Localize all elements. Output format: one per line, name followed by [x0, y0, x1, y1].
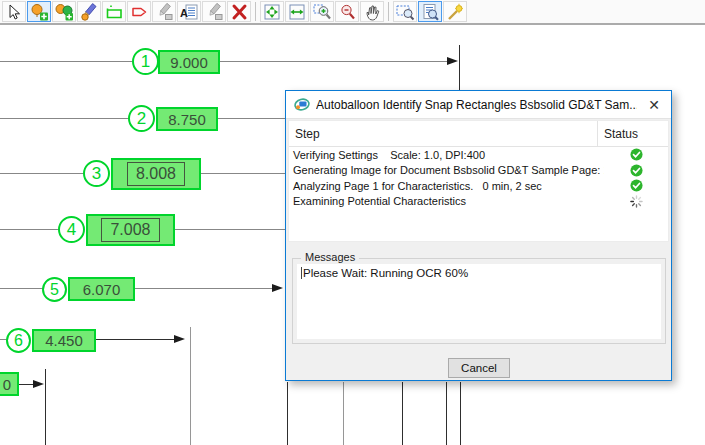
magic-wand-button[interactable]	[443, 1, 467, 22]
ocr-text-document-icon: A	[179, 3, 199, 21]
add-all-balloons-button[interactable]	[52, 1, 76, 22]
balloon-number: 3	[92, 165, 101, 182]
table-row: Examining Potential Characteristics	[289, 194, 668, 210]
table-row: Verifying Settings Scale: 1.0, DPI:400	[289, 147, 668, 163]
dimension-value: 0	[3, 376, 11, 393]
preview-document-icon	[420, 3, 440, 21]
messages-group: Messages Please Wait: Running OCR 60%	[292, 258, 666, 344]
dimension-arrow	[174, 335, 185, 343]
balloon-number: 5	[50, 282, 59, 298]
dimension-line	[96, 339, 175, 340]
zoom-out-icon	[337, 3, 357, 21]
dimension-line	[220, 61, 448, 62]
delete-x-icon	[229, 3, 249, 21]
dimension-line	[0, 229, 59, 230]
dimension-value: 9.000	[170, 54, 208, 71]
cancel-button[interactable]: Cancel	[448, 358, 510, 378]
balloon-number: 2	[137, 110, 146, 127]
table-row: Generating Image for Document Bsbsolid G…	[289, 163, 668, 179]
red-flag-shape-button[interactable]	[127, 1, 151, 22]
balloon-circle-3[interactable]: 3	[83, 160, 110, 187]
pan-hand-icon	[362, 3, 382, 21]
preview-document-button[interactable]	[418, 1, 442, 22]
step-status-table[interactable]: Step Status Verifying Settings Scale: 1.…	[288, 120, 669, 242]
dimension-highlight-partial[interactable]: 0	[0, 372, 19, 396]
dimension-line	[0, 118, 129, 119]
check-done-icon	[630, 179, 643, 192]
add-all-balloons-icon	[54, 3, 74, 21]
extension-line	[402, 382, 403, 445]
dimension-highlight-2[interactable]: 8.750	[156, 107, 218, 131]
magic-wand-icon	[445, 3, 465, 21]
messages-textarea[interactable]: Please Wait: Running OCR 60%	[297, 264, 661, 339]
add-balloon-button[interactable]	[27, 1, 51, 22]
zoom-in-icon	[312, 3, 332, 21]
zoom-in-button[interactable]	[310, 1, 334, 22]
dimension-arrow	[33, 380, 44, 388]
zoom-out-button[interactable]	[335, 1, 359, 22]
dimension-highlight-3[interactable]: 8.008	[111, 158, 201, 190]
fit-width-icon	[287, 3, 307, 21]
table-row: Analyzing Page 1 for Characteristics. 0 …	[289, 178, 668, 194]
dimension-highlight-4[interactable]: 7.008	[86, 214, 175, 246]
snap-rectangle-icon	[104, 3, 124, 21]
basic-dimension-frame: 8.008	[127, 162, 185, 187]
dimension-line	[0, 61, 133, 62]
dimension-value: 4.450	[45, 332, 83, 349]
close-icon[interactable]: ✕	[643, 94, 665, 116]
balloon-circle-6[interactable]: 6	[6, 328, 31, 353]
extension-line	[446, 382, 447, 445]
step-text: Generating Image for Document Bsbsolid G…	[289, 164, 604, 176]
toolbar-separator	[255, 2, 256, 21]
add-balloon-icon	[29, 3, 49, 21]
dialog-title-bar[interactable]: Autoballoon Identify Snap Rectangles Bsb…	[286, 91, 671, 119]
messages-label: Messages	[301, 251, 359, 263]
dimension-highlight-6[interactable]: 4.450	[32, 329, 96, 352]
extension-line	[190, 327, 191, 445]
dialog-title: Autoballoon Identify Snap Rectangles Bsb…	[316, 98, 637, 112]
select-cursor-icon	[4, 3, 24, 21]
toolbar-separator	[388, 2, 389, 21]
edit-disabled-2-button[interactable]	[202, 1, 226, 22]
edit-disabled-button[interactable]	[152, 1, 176, 22]
snap-rectangle-button[interactable]	[102, 1, 126, 22]
balloon-number: 1	[141, 53, 150, 70]
dimension-line	[201, 173, 285, 174]
step-column-header: Step	[289, 121, 598, 146]
edit-balloon-icon	[79, 3, 99, 21]
extension-line	[287, 382, 288, 445]
select-cursor-button[interactable]	[2, 1, 26, 22]
spinner-working-icon	[630, 195, 643, 208]
app-icon	[294, 98, 310, 111]
fit-all-button[interactable]	[260, 1, 284, 22]
dimension-highlight-5[interactable]: 6.070	[68, 277, 135, 301]
step-text: Verifying Settings Scale: 1.0, DPI:400	[289, 149, 604, 161]
extension-line	[460, 382, 461, 445]
edit-disabled-icon	[154, 3, 174, 21]
red-flag-shape-icon	[129, 3, 149, 21]
zoom-window-icon	[395, 3, 415, 21]
dimension-line	[218, 118, 285, 119]
edit-balloon-button[interactable]	[77, 1, 101, 22]
dimension-arrow	[272, 284, 283, 292]
dimension-highlight-1[interactable]: 9.000	[158, 50, 220, 74]
extension-line	[45, 369, 46, 445]
dimension-line	[0, 288, 43, 289]
autoballoon-progress-dialog: Autoballoon Identify Snap Rectangles Bsb…	[285, 90, 672, 381]
balloon-circle-4[interactable]: 4	[58, 216, 85, 243]
check-done-icon	[630, 164, 643, 177]
balloon-circle-2[interactable]: 2	[128, 105, 155, 132]
pan-hand-button[interactable]	[360, 1, 384, 22]
fit-width-button[interactable]	[285, 1, 309, 22]
dimension-value: 6.070	[83, 281, 121, 298]
balloon-number: 4	[67, 221, 76, 238]
basic-dimension-frame: 7.008	[101, 218, 159, 243]
step-text: Examining Potential Characteristics	[289, 195, 604, 207]
balloon-circle-5[interactable]: 5	[42, 277, 67, 302]
balloon-circle-1[interactable]: 1	[132, 48, 159, 75]
ocr-text-document-button[interactable]: A	[177, 1, 201, 22]
zoom-window-button[interactable]	[393, 1, 417, 22]
delete-x-button[interactable]	[227, 1, 251, 22]
dimension-line	[175, 229, 285, 230]
edit-disabled-2-icon	[204, 3, 224, 21]
